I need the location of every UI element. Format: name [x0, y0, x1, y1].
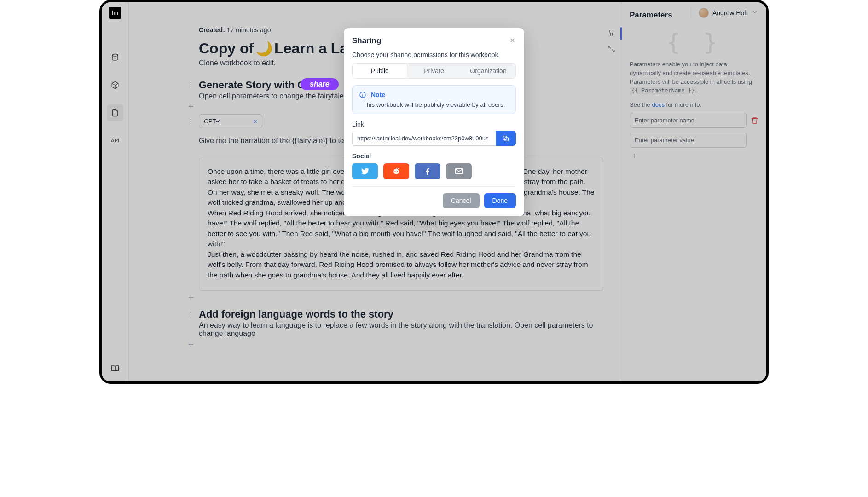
done-button[interactable]: Done	[484, 193, 516, 208]
modal-title: Sharing	[352, 36, 381, 46]
social-label: Social	[352, 152, 516, 160]
share-callout: share	[301, 78, 339, 90]
cancel-button[interactable]: Cancel	[443, 193, 480, 208]
share-mail-button[interactable]	[446, 163, 472, 179]
share-link-input[interactable]: https://lastmileai.dev/workbooks/cm23p0w…	[352, 131, 496, 146]
svg-point-16	[397, 171, 398, 172]
twitter-icon	[360, 167, 370, 176]
visibility-private[interactable]: Private	[407, 64, 461, 78]
svg-point-15	[395, 171, 396, 172]
svg-point-13	[393, 169, 399, 174]
sharing-modal: Sharing Choose your sharing permissions …	[344, 28, 524, 216]
mail-icon	[454, 167, 463, 176]
share-facebook-button[interactable]	[415, 163, 440, 179]
visibility-organization[interactable]: Organization	[461, 64, 515, 78]
note-title: Note	[371, 91, 385, 98]
facebook-icon	[423, 167, 432, 176]
link-label: Link	[352, 121, 516, 128]
visibility-segmented-control: Public Private Organization	[352, 63, 516, 79]
share-reddit-button[interactable]	[383, 163, 409, 179]
info-icon	[359, 91, 366, 98]
copy-icon	[502, 135, 509, 142]
note-box: Note This workbook will be publicly view…	[352, 85, 516, 114]
reddit-icon	[392, 167, 401, 176]
note-body: This workbook will be publicly viewable …	[359, 101, 509, 108]
copy-link-button[interactable]	[496, 131, 516, 146]
modal-description: Choose your sharing permissions for this…	[352, 51, 516, 58]
visibility-public[interactable]: Public	[352, 63, 407, 79]
modal-close-icon[interactable]	[509, 37, 516, 46]
share-twitter-button[interactable]	[352, 163, 378, 179]
